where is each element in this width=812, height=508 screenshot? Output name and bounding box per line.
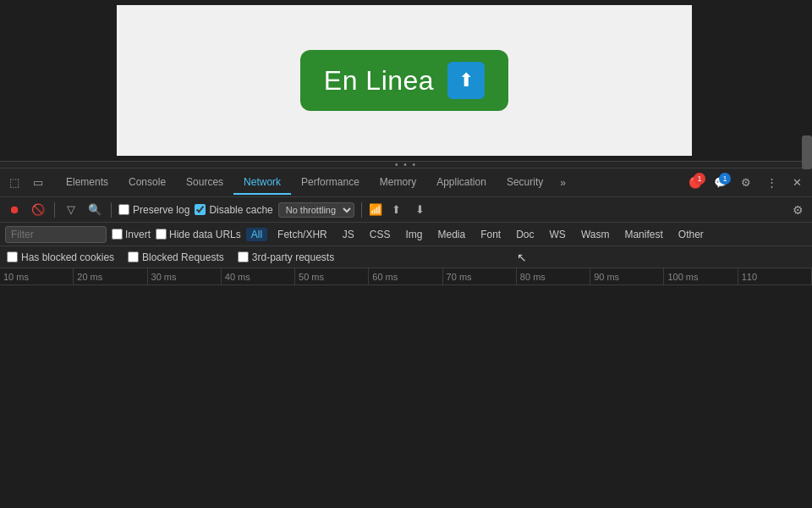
disable-cache-label[interactable]: Disable cache — [195, 204, 272, 216]
blocked-requests-text: Blocked Requests — [142, 251, 224, 263]
third-party-text: 3rd-party requests — [252, 251, 334, 263]
throttle-select[interactable]: No throttling Fast 3G Slow 3G Offline — [278, 202, 354, 218]
tab-network[interactable]: Network — [233, 171, 291, 195]
export-button[interactable]: ⬇ — [411, 201, 430, 219]
browser-viewport: En Linea ⬆ — [0, 0, 812, 161]
hide-data-urls-text: Hide data URLs — [169, 229, 241, 240]
filter-type-all[interactable]: All — [246, 228, 267, 241]
invert-label[interactable]: Invert — [112, 229, 151, 240]
preserve-log-checkbox[interactable] — [118, 204, 129, 215]
disable-cache-text: Disable cache — [209, 204, 272, 216]
hide-data-urls-label[interactable]: Hide data URLs — [156, 229, 241, 240]
clear-button[interactable]: 🚫 — [29, 201, 47, 219]
filter-type-ws[interactable]: WS — [545, 228, 571, 241]
filter-type-img[interactable]: Img — [400, 228, 427, 241]
filter-type-js[interactable]: JS — [337, 228, 359, 241]
filter-type-font[interactable]: Font — [475, 228, 506, 241]
device-mode-button[interactable]: ▭ — [27, 172, 49, 194]
invert-checkbox[interactable] — [112, 229, 123, 240]
separator-3 — [361, 202, 362, 218]
filter-type-doc[interactable]: Doc — [511, 228, 539, 241]
cursor-icon: ↖ — [517, 251, 527, 264]
search-button[interactable]: 🔍 — [85, 201, 104, 219]
inspect-icon-button[interactable]: ⬚ — [3, 172, 25, 194]
cursor-icon: ⬚ — [9, 176, 19, 189]
record-icon: ⏺ — [9, 203, 20, 216]
has-blocked-cookies-label[interactable]: Has blocked cookies — [7, 251, 114, 263]
tab-elements[interactable]: Elements — [56, 171, 118, 195]
upload-icon: ⬆ — [392, 203, 401, 216]
ruler-tick-80: 80 ms — [517, 268, 590, 284]
timeline-ruler: 10 ms 20 ms 30 ms 40 ms 50 ms 60 ms 70 m… — [0, 268, 812, 285]
filter-type-media[interactable]: Media — [432, 228, 470, 241]
en-linea-button[interactable]: En Linea ⬆ — [300, 50, 508, 111]
clear-icon: 🚫 — [31, 203, 45, 216]
resize-handle[interactable]: • • • — [0, 162, 812, 168]
filter-button[interactable]: ▽ — [62, 201, 80, 219]
import-button[interactable]: ⬆ — [387, 201, 406, 219]
ruler-tick-50: 50 ms — [295, 268, 369, 284]
wifi-icon: 📶 — [369, 203, 382, 216]
tab-console[interactable]: Console — [118, 171, 176, 195]
disable-cache-checkbox[interactable] — [195, 204, 206, 215]
preserve-log-label[interactable]: Preserve log — [118, 204, 189, 216]
upload-icon-box: ⬆ — [447, 62, 485, 99]
filter-icon: ▽ — [67, 203, 75, 216]
search-icon: 🔍 — [88, 203, 102, 216]
blocked-requests-label[interactable]: Blocked Requests — [128, 251, 224, 263]
devtools-filter-row: Invert Hide data URLs All Fetch/XHR JS C… — [0, 223, 812, 246]
error-count-badge: 1 — [694, 173, 705, 185]
mouse-cursor: ↖ — [517, 251, 527, 264]
filter-type-manifest[interactable]: Manifest — [619, 228, 667, 241]
tab-performance[interactable]: Performance — [291, 171, 370, 195]
record-button[interactable]: ⏺ — [5, 201, 24, 219]
preserve-log-text: Preserve log — [133, 204, 189, 216]
filter-input[interactable] — [5, 226, 107, 243]
ruler-tick-90: 90 ms — [590, 268, 664, 284]
ruler-tick-40: 40 ms — [222, 268, 295, 284]
separator-2 — [111, 202, 112, 218]
separator-1 — [54, 202, 55, 218]
filter-type-css[interactable]: CSS — [365, 228, 396, 241]
network-settings-button[interactable]: ⚙ — [788, 201, 807, 219]
scrollbar-handle[interactable] — [802, 135, 812, 169]
ruler-tick-10: 10 ms — [0, 268, 74, 284]
filter-type-fetch-xhr[interactable]: Fetch/XHR — [272, 228, 332, 241]
ruler-tick-70: 70 ms — [443, 268, 517, 284]
filter-type-other[interactable]: Other — [673, 228, 709, 241]
invert-text: Invert — [125, 229, 151, 240]
more-options-button[interactable]: ⋮ — [760, 171, 783, 195]
en-linea-text: En Linea — [324, 65, 434, 97]
settings-button[interactable]: ⚙ — [734, 171, 758, 195]
settings-icon: ⚙ — [793, 203, 804, 217]
devtools-checkboxes-row: Has blocked cookies Blocked Requests 3rd… — [0, 246, 812, 268]
has-blocked-cookies-checkbox[interactable] — [7, 251, 18, 262]
has-blocked-cookies-text: Has blocked cookies — [21, 251, 114, 263]
ruler-tick-110: 110 — [738, 268, 812, 284]
tabs-overflow-button[interactable]: » — [553, 172, 573, 194]
tab-sources[interactable]: Sources — [176, 171, 233, 195]
tab-application[interactable]: Application — [426, 171, 497, 195]
message-count-badge: 1 — [719, 173, 731, 185]
ruler-tick-60: 60 ms — [369, 268, 442, 284]
message-badge-button[interactable]: 💬 1 — [709, 171, 732, 195]
webpage-frame: En Linea ⬆ — [117, 5, 692, 156]
blocked-requests-checkbox[interactable] — [128, 251, 139, 262]
upload-icon: ⬆ — [458, 71, 474, 90]
tab-icon-group: ⬚ ▭ — [3, 172, 49, 194]
ellipsis-icon: ⋮ — [766, 176, 777, 189]
ruler-tick-100: 100 ms — [664, 268, 738, 284]
third-party-checkbox[interactable] — [238, 251, 249, 262]
device-icon: ▭ — [33, 176, 43, 189]
ruler-tick-30: 30 ms — [148, 268, 222, 284]
third-party-label[interactable]: 3rd-party requests — [238, 251, 334, 263]
tab-memory[interactable]: Memory — [370, 171, 426, 195]
timeline-area: 10 ms 20 ms 30 ms 40 ms 50 ms 60 ms 70 m… — [0, 268, 812, 508]
filter-type-wasm[interactable]: Wasm — [576, 228, 615, 241]
error-badge-button[interactable]: 🔴 1 — [683, 171, 707, 195]
devtools-panel: • • • ⬚ ▭ Elements Console Sources Netwo… — [0, 161, 812, 508]
download-icon: ⬇ — [415, 203, 425, 216]
tab-security[interactable]: Security — [497, 171, 553, 195]
hide-data-urls-checkbox[interactable] — [156, 229, 167, 240]
close-devtools-button[interactable]: ✕ — [785, 171, 809, 195]
